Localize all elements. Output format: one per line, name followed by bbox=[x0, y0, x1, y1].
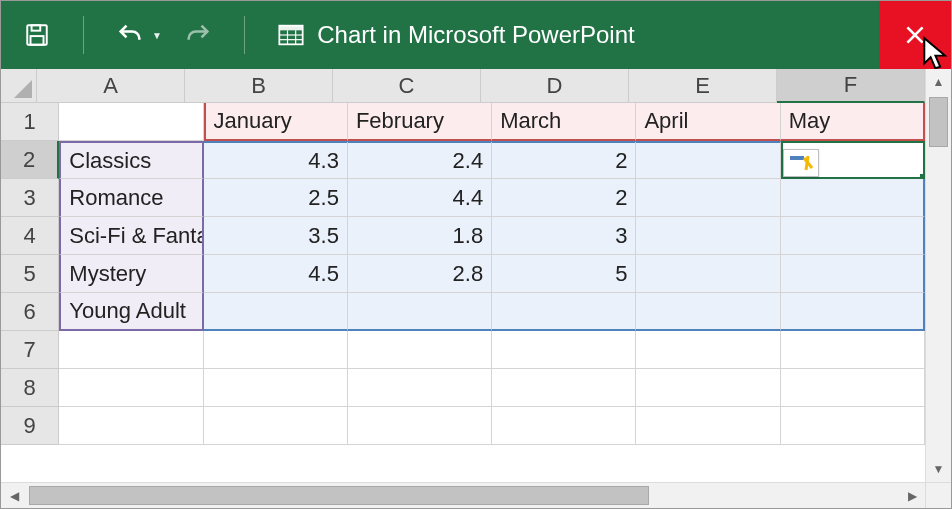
cell-C6[interactable] bbox=[348, 293, 492, 331]
row-header-9[interactable]: 9 bbox=[1, 407, 59, 445]
cell-C5[interactable]: 2.8 bbox=[348, 255, 492, 293]
scroll-up-icon[interactable]: ▲ bbox=[926, 69, 951, 95]
cell-D1[interactable]: March bbox=[492, 103, 636, 141]
cell-E7[interactable] bbox=[636, 331, 780, 369]
cell-E2[interactable] bbox=[636, 141, 780, 179]
column-header-F[interactable]: F bbox=[777, 69, 925, 103]
cell-D3[interactable]: 2 bbox=[492, 179, 636, 217]
cell-D9[interactable] bbox=[492, 407, 636, 445]
cell-A7[interactable] bbox=[59, 331, 203, 369]
spreadsheet-icon[interactable] bbox=[275, 19, 307, 51]
cell-C3[interactable]: 4.4 bbox=[348, 179, 492, 217]
select-all-corner[interactable] bbox=[1, 69, 37, 103]
scroll-left-icon[interactable]: ◀ bbox=[1, 483, 27, 508]
row-header-8[interactable]: 8 bbox=[1, 369, 59, 407]
cell-A8[interactable] bbox=[59, 369, 203, 407]
column-header-D[interactable]: D bbox=[481, 69, 629, 103]
cell-F1[interactable]: May bbox=[781, 103, 925, 141]
cell-C4[interactable]: 1.8 bbox=[348, 217, 492, 255]
close-button[interactable] bbox=[879, 1, 951, 69]
cell-C2[interactable]: 2.4 bbox=[348, 141, 492, 179]
cell-B3[interactable]: 2.5 bbox=[204, 179, 348, 217]
cell-F3[interactable] bbox=[781, 179, 925, 217]
cell-B9[interactable] bbox=[204, 407, 348, 445]
scroll-right-icon[interactable]: ▶ bbox=[899, 483, 925, 508]
row-header-1[interactable]: 1 bbox=[1, 103, 59, 141]
cell-C8[interactable] bbox=[348, 369, 492, 407]
vertical-scroll-thumb[interactable] bbox=[929, 97, 948, 147]
cell-B8[interactable] bbox=[204, 369, 348, 407]
row-header-3[interactable]: 3 bbox=[1, 179, 59, 217]
cell-F8[interactable] bbox=[781, 369, 925, 407]
row-header-7[interactable]: 7 bbox=[1, 331, 59, 369]
svg-rect-2 bbox=[31, 36, 44, 45]
cell-F5[interactable] bbox=[781, 255, 925, 293]
cell-A4[interactable]: Sci-Fi & Fantasy bbox=[59, 217, 203, 255]
cell-F9[interactable] bbox=[781, 407, 925, 445]
insert-options-icon[interactable] bbox=[783, 149, 819, 177]
cell-E1[interactable]: April bbox=[636, 103, 780, 141]
column-header-E[interactable]: E bbox=[629, 69, 777, 103]
cell-A5[interactable]: Mystery bbox=[59, 255, 203, 293]
column-header-C[interactable]: C bbox=[333, 69, 481, 103]
cell-A3[interactable]: Romance bbox=[59, 179, 203, 217]
horizontal-scrollbar[interactable]: ◀ ▶ bbox=[1, 482, 951, 508]
save-icon[interactable] bbox=[21, 19, 53, 51]
horizontal-scroll-thumb[interactable] bbox=[29, 486, 649, 505]
column-headers: ABCDEF bbox=[1, 69, 925, 103]
redo-icon[interactable] bbox=[182, 19, 214, 51]
cell-D8[interactable] bbox=[492, 369, 636, 407]
undo-dropdown-icon[interactable]: ▼ bbox=[152, 30, 162, 41]
cell-B4[interactable]: 3.5 bbox=[204, 217, 348, 255]
cell-D5[interactable]: 5 bbox=[492, 255, 636, 293]
cell-E8[interactable] bbox=[636, 369, 780, 407]
cell-C9[interactable] bbox=[348, 407, 492, 445]
cell-E4[interactable] bbox=[636, 217, 780, 255]
cell-E9[interactable] bbox=[636, 407, 780, 445]
row-header-5[interactable]: 5 bbox=[1, 255, 59, 293]
cell-B1[interactable]: January bbox=[204, 103, 348, 141]
svg-rect-1 bbox=[32, 25, 41, 30]
cell-A1[interactable] bbox=[59, 103, 203, 141]
cell-D4[interactable]: 3 bbox=[492, 217, 636, 255]
cell-F7[interactable] bbox=[781, 331, 925, 369]
row-header-2[interactable]: 2 bbox=[1, 141, 59, 179]
grid[interactable]: 1JanuaryFebruaryMarchAprilMay2Classics4.… bbox=[1, 103, 925, 445]
cell-A9[interactable] bbox=[59, 407, 203, 445]
cell-C7[interactable] bbox=[348, 331, 492, 369]
cell-D6[interactable] bbox=[492, 293, 636, 331]
cell-B2[interactable]: 4.3 bbox=[204, 141, 348, 179]
row-header-4[interactable]: 4 bbox=[1, 217, 59, 255]
cell-D7[interactable] bbox=[492, 331, 636, 369]
vertical-scrollbar[interactable]: ▲ ▼ bbox=[925, 69, 951, 482]
cell-A2[interactable]: Classics bbox=[59, 141, 203, 179]
cell-E3[interactable] bbox=[636, 179, 780, 217]
cell-B7[interactable] bbox=[204, 331, 348, 369]
column-header-A[interactable]: A bbox=[37, 69, 185, 103]
row-header-6[interactable]: 6 bbox=[1, 293, 59, 331]
cell-B6[interactable] bbox=[204, 293, 348, 331]
cell-F6[interactable] bbox=[781, 293, 925, 331]
titlebar: ▼ Chart in Microsoft PowerPoint bbox=[1, 1, 951, 69]
undo-icon[interactable] bbox=[114, 19, 146, 51]
svg-rect-11 bbox=[790, 156, 804, 160]
svg-rect-4 bbox=[279, 26, 302, 31]
cell-D2[interactable]: 2 bbox=[492, 141, 636, 179]
cell-E5[interactable] bbox=[636, 255, 780, 293]
cell-E6[interactable] bbox=[636, 293, 780, 331]
cell-F4[interactable] bbox=[781, 217, 925, 255]
column-header-B[interactable]: B bbox=[185, 69, 333, 103]
cell-C1[interactable]: February bbox=[348, 103, 492, 141]
cell-A6[interactable]: Young Adult bbox=[59, 293, 203, 331]
cell-B5[interactable]: 4.5 bbox=[204, 255, 348, 293]
scroll-down-icon[interactable]: ▼ bbox=[926, 456, 951, 482]
